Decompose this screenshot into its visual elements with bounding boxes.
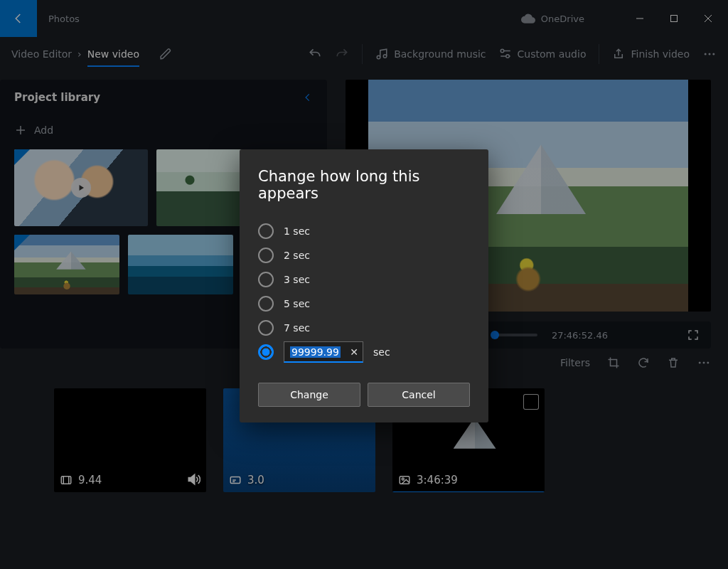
custom-audio-button[interactable]: Custom audio: [499, 48, 587, 60]
music-icon: [375, 48, 388, 60]
duration-option[interactable]: 2 sec: [258, 243, 470, 267]
radio-unchecked-icon: [258, 296, 274, 312]
project-library-title: Project library: [14, 91, 100, 104]
crop-icon: [607, 356, 620, 369]
change-button[interactable]: Change: [258, 383, 360, 407]
editor-toolbar: Video Editor › New video Background musi…: [0, 37, 728, 71]
storyboard-more-button[interactable]: [697, 356, 711, 370]
custom-duration-value: 99999.99: [290, 346, 341, 358]
filters-label: Filters: [560, 357, 590, 368]
rotate-icon: [637, 356, 650, 369]
chevron-left-icon: [303, 92, 313, 102]
cloud-icon: [521, 14, 535, 23]
audio-icon: [186, 472, 200, 486]
audio-settings-icon: [499, 48, 512, 60]
crop-button[interactable]: [607, 356, 620, 369]
svg-point-15: [402, 478, 404, 480]
project-title[interactable]: New video: [87, 48, 139, 67]
breadcrumb: Video Editor › New video: [11, 48, 172, 60]
collapse-library-button[interactable]: [303, 92, 313, 102]
back-button[interactable]: [0, 0, 37, 37]
custom-duration-input[interactable]: 99999.99 ✕: [284, 341, 363, 363]
svg-point-1: [377, 55, 380, 59]
total-time: 27:46:52.46: [552, 330, 608, 341]
duration-option[interactable]: 5 sec: [258, 292, 470, 316]
duration-option[interactable]: 3 sec: [258, 267, 470, 292]
ellipsis-icon: [697, 356, 711, 370]
svg-point-9: [699, 362, 701, 364]
app-root: Photos OneDrive Video Editor › New video: [0, 0, 728, 569]
duration-option-custom[interactable]: 99999.99 ✕ sec: [258, 341, 470, 363]
svg-point-5: [705, 53, 707, 55]
svg-point-2: [383, 55, 387, 58]
onedrive-label: OneDrive: [541, 14, 584, 24]
redo-icon: [335, 47, 349, 61]
duration-option-label: 1 sec: [284, 225, 310, 237]
duration-option-label: 3 sec: [284, 274, 310, 285]
radio-unchecked-icon: [258, 223, 274, 239]
delete-button[interactable]: [667, 356, 680, 369]
undo-icon: [308, 47, 322, 61]
radio-unchecked-icon: [258, 248, 274, 263]
radio-unchecked-icon: [258, 320, 274, 336]
svg-point-4: [505, 55, 509, 58]
fullscreen-button[interactable]: [685, 327, 701, 343]
filters-button[interactable]: Filters: [560, 357, 590, 368]
used-in-project-tag: [14, 149, 30, 165]
library-item[interactable]: [128, 235, 233, 294]
redo-button[interactable]: [335, 47, 349, 61]
chevron-right-icon: ›: [77, 48, 82, 60]
more-button[interactable]: [702, 47, 717, 61]
duration-option-label: 7 sec: [284, 322, 310, 334]
svg-rect-12: [61, 477, 71, 484]
ellipsis-icon: [702, 47, 717, 61]
clip-duration: 3:46:39: [417, 474, 458, 486]
title-card-icon: [229, 474, 242, 486]
rename-button[interactable]: [159, 48, 172, 60]
duration-option[interactable]: 7 sec: [258, 316, 470, 340]
selection-checkbox[interactable]: [523, 394, 539, 410]
library-item[interactable]: [14, 235, 119, 294]
custom-audio-label: Custom audio: [518, 48, 587, 60]
svg-point-11: [707, 362, 709, 364]
radio-checked-icon: [258, 344, 274, 360]
storyboard-clip[interactable]: 9.44: [54, 388, 206, 492]
custom-duration-unit: sec: [373, 346, 390, 358]
library-item[interactable]: [14, 149, 148, 226]
duration-dialog: Change how long this appears 1 sec 2 sec…: [240, 149, 488, 422]
background-music-button[interactable]: Background music: [375, 48, 486, 60]
clear-input-button[interactable]: ✕: [350, 346, 358, 358]
add-media-button[interactable]: Add: [14, 124, 313, 137]
rotate-button[interactable]: [637, 356, 650, 369]
trash-icon: [667, 356, 680, 369]
clip-duration: 9.44: [78, 474, 102, 486]
fullscreen-icon: [687, 329, 700, 341]
svg-point-10: [703, 362, 705, 364]
svg-point-6: [709, 53, 711, 55]
plus-icon: [14, 124, 27, 137]
undo-button[interactable]: [308, 47, 322, 61]
window-controls: [624, 7, 724, 30]
timeline-slider[interactable]: [495, 334, 537, 336]
finish-video-button[interactable]: Finish video: [612, 48, 690, 60]
clip-duration: 3.0: [247, 474, 264, 486]
svg-rect-14: [400, 477, 410, 484]
export-icon: [612, 48, 625, 60]
radio-unchecked-icon: [258, 272, 274, 287]
duration-option-label: 5 sec: [284, 298, 310, 309]
svg-rect-0: [671, 16, 678, 22]
svg-point-7: [712, 53, 714, 55]
duration-option-label: 2 sec: [284, 250, 310, 261]
cancel-button[interactable]: Cancel: [368, 383, 470, 407]
finish-video-label: Finish video: [631, 48, 690, 60]
maximize-button[interactable]: [658, 7, 690, 30]
used-in-project-tag: [14, 235, 30, 250]
play-icon: [71, 178, 91, 198]
minimize-button[interactable]: [624, 7, 655, 30]
duration-option[interactable]: 1 sec: [258, 219, 470, 243]
close-button[interactable]: [692, 7, 724, 30]
video-clip-icon: [60, 474, 73, 486]
svg-point-3: [500, 49, 504, 53]
breadcrumb-root[interactable]: Video Editor: [11, 48, 72, 60]
onedrive-status[interactable]: OneDrive: [521, 14, 584, 24]
